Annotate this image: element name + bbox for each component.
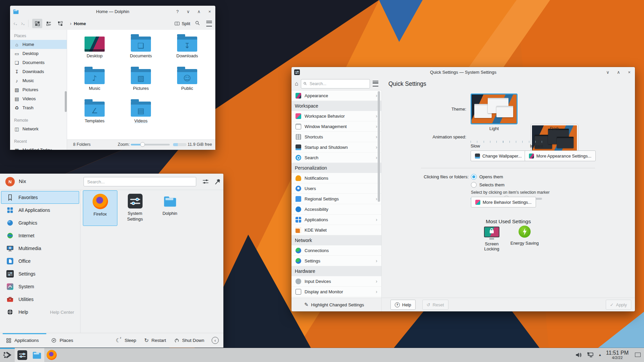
sidebar-item-kde-wallet[interactable]: KDE Wallet: [291, 225, 381, 235]
leave-chevron-button[interactable]: ‹: [212, 337, 219, 344]
tab-applications[interactable]: Applications: [6, 338, 39, 343]
sidebar-item-startup-shutdown[interactable]: Startup and Shutdown›: [291, 142, 381, 153]
places-item-downloads[interactable]: ↧Downloads: [10, 67, 67, 76]
launcher-search-field[interactable]: [84, 177, 196, 186]
pin-icon[interactable]: [214, 178, 221, 185]
sidebar-item-window-management[interactable]: Window Management›: [291, 121, 381, 132]
breadcrumb-home[interactable]: Home: [74, 21, 86, 26]
configure-icon[interactable]: [202, 178, 209, 185]
sidebar-item-notifications[interactable]: Notifications: [291, 173, 381, 183]
category-office[interactable]: Office: [1, 255, 79, 267]
sidebar-scrollbar[interactable]: [378, 91, 380, 202]
radio-unselected-icon[interactable]: [471, 182, 477, 188]
sleep-button[interactable]: ☾z Sleep: [116, 337, 136, 344]
places-item-network[interactable]: ◫Network: [10, 124, 67, 133]
radio-opens-them[interactable]: Opens them: [471, 174, 503, 180]
places-item-trash[interactable]: ♻Trash: [10, 103, 67, 112]
application-launcher-button[interactable]: [0, 348, 15, 362]
folder-tile-videos[interactable]: ▤ Videos: [122, 99, 160, 131]
task-firefox[interactable]: [44, 348, 59, 362]
task-system-settings[interactable]: [15, 348, 30, 362]
most-used-screen-locking[interactable]: Screen Locking: [478, 227, 505, 251]
sidebar-item-applications[interactable]: Applications›: [291, 215, 381, 225]
folder-tile-public[interactable]: ☺ Public: [168, 66, 206, 99]
category-favorites[interactable]: Favorites: [1, 191, 79, 204]
more-behavior-settings-button[interactable]: More Behavior Settings...: [471, 197, 536, 207]
sidebar-item-users[interactable]: Users: [291, 183, 381, 194]
back-button[interactable]: ‹▾: [13, 20, 17, 27]
radio-selected-icon[interactable]: [471, 174, 477, 180]
maximize-button[interactable]: ∧: [615, 70, 622, 75]
close-button[interactable]: ×: [626, 70, 632, 75]
sidebar-item-shortcuts[interactable]: Shortcuts›: [291, 132, 381, 142]
search-button[interactable]: [195, 20, 200, 27]
folder-tile-templates[interactable]: ∠ Templates: [76, 99, 113, 131]
places-item-videos[interactable]: ▤Videos: [10, 94, 67, 103]
sidebar-item-network-settings[interactable]: Settings›: [291, 256, 381, 266]
help-button[interactable]: ? Help: [390, 300, 416, 310]
details-view-button[interactable]: [44, 19, 54, 28]
sidebar-item-appearance[interactable]: Appearance›: [291, 90, 381, 101]
zoom-slider[interactable]: [131, 144, 170, 145]
change-wallpaper-button[interactable]: Change Wallpaper...: [471, 150, 526, 161]
clock[interactable]: 11:51 PM 4/2/22: [606, 350, 629, 360]
places-item-desktop[interactable]: ▭Desktop: [10, 49, 67, 58]
category-multimedia[interactable]: Multimedia: [1, 242, 79, 255]
category-settings[interactable]: Settings: [1, 267, 79, 280]
show-desktop-button[interactable]: [635, 353, 641, 357]
category-all-applications[interactable]: All Applications: [1, 204, 79, 217]
highlight-changed-settings[interactable]: ✎ Highlight Changed Settings: [291, 298, 382, 311]
favorite-dolphin[interactable]: Dolphin: [153, 190, 187, 226]
most-used-energy-saving[interactable]: Energy Saving: [508, 226, 541, 246]
expand-tray-icon[interactable]: ▲: [598, 353, 602, 357]
places-item-modified-today[interactable]: ▦Modified Today: [10, 145, 67, 150]
sidebar-item-input-devices[interactable]: Input Devices›: [291, 276, 381, 287]
category-utilities[interactable]: Utilities: [1, 293, 79, 306]
theme-light-card[interactable]: [471, 94, 518, 124]
restart-button[interactable]: ↻ Restart: [144, 337, 166, 344]
folder-tile-desktop[interactable]: Desktop: [76, 34, 113, 66]
radio-selects-them[interactable]: Selects them: [471, 182, 504, 188]
user-avatar[interactable]: N: [5, 177, 15, 186]
split-button[interactable]: Split: [174, 21, 190, 26]
menu-button[interactable]: [373, 81, 378, 86]
close-button[interactable]: ×: [207, 9, 213, 14]
sidebar-item-search[interactable]: Search›: [291, 153, 381, 163]
favorite-system-settings[interactable]: System Settings: [118, 190, 152, 226]
menu-button[interactable]: [206, 21, 212, 26]
favorite-firefox[interactable]: Firefox: [83, 190, 117, 226]
launcher-search-input[interactable]: [87, 179, 193, 185]
shutdown-button[interactable]: Shut Down: [174, 338, 204, 343]
help-button[interactable]: ?: [174, 9, 180, 14]
places-item-pictures[interactable]: ▧Pictures: [10, 85, 67, 94]
breadcrumb[interactable]: › Home: [70, 21, 86, 26]
home-icon[interactable]: ⌂: [295, 80, 298, 87]
volume-icon[interactable]: [575, 351, 582, 359]
system-settings-titlebar[interactable]: Quick Settings — System Settings ∨ ∧ ×: [291, 67, 635, 77]
sidebar-item-regional-settings[interactable]: Regional Settings›: [291, 194, 381, 204]
sidebar-item-workspace-behavior[interactable]: Workspace Behavior›: [291, 111, 381, 121]
minimize-button[interactable]: ∨: [185, 9, 191, 14]
reset-button[interactable]: ↺ Reset: [422, 300, 448, 310]
network-tray-icon[interactable]: [587, 351, 594, 359]
more-appearance-settings-button[interactable]: More Appearance Settings...: [525, 150, 596, 161]
places-item-home[interactable]: ⌂Home: [10, 40, 67, 49]
dolphin-titlebar[interactable]: Home — Dolphin ? ∨ ∧ ×: [10, 6, 215, 17]
sidebar-item-accessibility[interactable]: Accessibility: [291, 204, 381, 215]
category-graphics[interactable]: Graphics: [1, 217, 79, 229]
task-dolphin[interactable]: [30, 348, 44, 362]
zoom-slider-handle[interactable]: [140, 142, 145, 147]
forward-button[interactable]: ›▾: [21, 20, 25, 27]
minimize-button[interactable]: ∨: [605, 70, 611, 75]
tab-places[interactable]: Places: [51, 338, 73, 343]
sidebar-item-display-monitor[interactable]: Display and Monitor›: [291, 287, 381, 297]
folder-tile-pictures[interactable]: ▧ Pictures: [122, 66, 160, 99]
tree-view-button[interactable]: [55, 19, 65, 28]
folder-tile-documents[interactable]: ❏ Documents: [122, 34, 160, 66]
apply-button[interactable]: ✓ Apply: [606, 300, 631, 310]
places-item-music[interactable]: ♪Music: [10, 76, 67, 85]
maximize-button[interactable]: ∧: [196, 9, 202, 14]
icons-view-button[interactable]: [32, 19, 42, 28]
folder-tile-music[interactable]: ♪ Music: [76, 66, 113, 99]
settings-search-input[interactable]: [309, 81, 368, 86]
